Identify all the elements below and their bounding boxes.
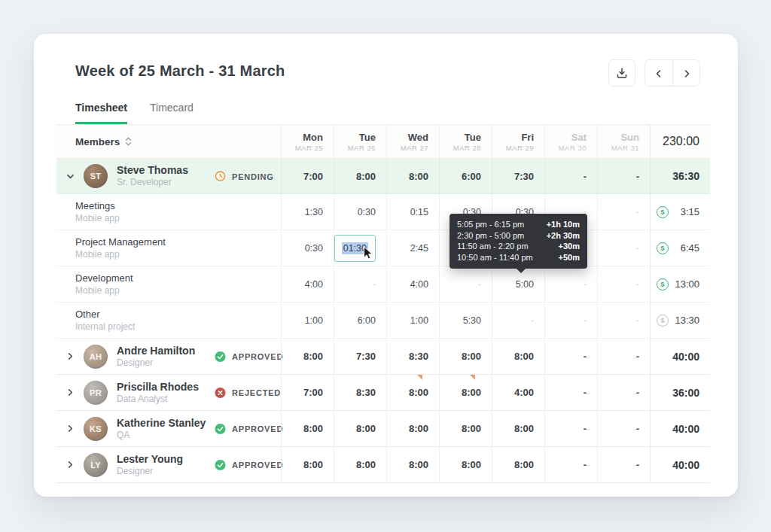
member-cell[interactable]: PRPriscilla RhodesData AnalystREJECTED xyxy=(56,375,281,410)
hours-cell[interactable]: - xyxy=(492,302,544,338)
hours-cell[interactable]: - xyxy=(597,266,650,302)
hours-cell[interactable]: 4:00 xyxy=(386,266,439,302)
hours-cell[interactable]: - xyxy=(597,375,650,410)
avatar: AH xyxy=(84,345,108,369)
members-column-header[interactable]: Members xyxy=(56,125,281,158)
hours-cell[interactable]: 4:00 xyxy=(281,266,334,302)
hours-cell[interactable]: 8:00 xyxy=(334,411,386,446)
hours-cell[interactable]: 8:00 xyxy=(386,411,439,446)
hours-cell[interactable]: 8:30 xyxy=(334,375,386,410)
member-cell[interactable]: LYLester YoungDesignerAPPROVED xyxy=(56,447,281,482)
hours-cell[interactable]: - xyxy=(597,230,650,266)
hours-cell[interactable]: 6:00 xyxy=(439,159,492,193)
hours-cell[interactable]: 7:00 xyxy=(281,375,334,410)
hours-cell[interactable]: 2:45 xyxy=(386,230,439,266)
sort-icon[interactable] xyxy=(125,137,132,146)
status-label: PENDING xyxy=(232,172,274,181)
hours-cell[interactable]: 6:00 xyxy=(334,302,386,338)
hours-cell[interactable]: 8:00 xyxy=(386,447,439,482)
hours-cell[interactable]: 8:00 xyxy=(492,339,544,374)
member-cell[interactable]: KSKatherine StanleyQAAPPROVED xyxy=(56,411,281,446)
hours-cell[interactable]: - xyxy=(334,266,386,302)
hours-cell[interactable]: 8:00 xyxy=(439,411,492,446)
hours-cell[interactable]: 8:00 xyxy=(386,159,439,193)
prev-week-button[interactable] xyxy=(645,60,672,87)
hours-cell[interactable]: 8:00 xyxy=(492,447,544,482)
download-button[interactable] xyxy=(608,59,635,87)
tooltip-duration: +30m xyxy=(559,241,580,252)
hours-cell[interactable]: 8:30 xyxy=(386,339,439,374)
week-nav-group xyxy=(645,59,700,87)
hours-cell[interactable]: 8:00 xyxy=(281,339,334,374)
hours-cell[interactable]: - xyxy=(439,266,492,302)
chevron-right-icon[interactable] xyxy=(64,461,76,469)
hours-cell[interactable]: 0:30 xyxy=(281,230,334,266)
tooltip-time-range: 5:05 pm - 6:15 pm xyxy=(457,219,524,230)
tab-timesheet[interactable]: Timesheet xyxy=(75,102,127,124)
row-total-cell: $13:00 xyxy=(650,266,710,302)
tab-timecard[interactable]: Timecard xyxy=(150,102,194,124)
row-total-value: 40:00 xyxy=(672,459,699,471)
hours-cell[interactable]: 0:30 xyxy=(334,194,386,230)
hours-cell[interactable]: - xyxy=(544,447,597,482)
hours-cell[interactable]: 8:00 xyxy=(281,411,334,446)
next-week-button[interactable] xyxy=(672,60,699,87)
member-cell[interactable]: AHAndre HamiltonDesignerAPPROVED xyxy=(56,339,281,374)
hours-cell[interactable]: 01:30 xyxy=(334,230,386,266)
hours-cell[interactable]: 5:30 xyxy=(439,302,492,338)
hours-cell[interactable]: - xyxy=(544,266,597,302)
hours-cell[interactable]: 8:00 xyxy=(334,159,386,193)
member-info: Priscilla RhodesData Analyst xyxy=(117,381,199,405)
member-role: Data Analyst xyxy=(117,394,199,405)
day-date: MAR 27 xyxy=(401,144,428,152)
hours-cell[interactable]: 0:15 xyxy=(386,194,439,230)
hours-cell[interactable]: 1:00 xyxy=(281,302,334,338)
hours-cell[interactable]: - xyxy=(597,159,650,193)
task-row: MeetingsMobile app1:300:300:150:300:30--… xyxy=(56,194,710,230)
hours-cell[interactable]: 8:00 xyxy=(492,411,544,446)
hours-cell[interactable]: - xyxy=(544,375,597,410)
hours-cell[interactable]: 8:00 xyxy=(334,447,386,482)
hours-cell[interactable]: - xyxy=(597,302,650,338)
row-total-cell: $6:45 xyxy=(650,230,710,266)
chevron-right-icon[interactable] xyxy=(64,424,76,433)
member-row: PRPriscilla RhodesData AnalystREJECTED7:… xyxy=(56,375,710,411)
hours-cell[interactable]: - xyxy=(597,447,650,482)
chevron-right-icon[interactable] xyxy=(64,352,76,360)
hours-cell[interactable]: - xyxy=(544,302,597,338)
hours-cell[interactable]: - xyxy=(597,194,650,230)
hours-cell[interactable]: 7:30 xyxy=(334,339,386,374)
hours-cell[interactable]: - xyxy=(544,411,597,446)
hours-cell[interactable]: - xyxy=(597,411,650,446)
hours-cell[interactable]: - xyxy=(544,339,597,374)
hours-cell[interactable]: 8:00 xyxy=(439,339,492,374)
tooltip-entry: 5:05 pm - 6:15 pm+1h 10m xyxy=(457,219,580,230)
member-name: Steve Thomas xyxy=(117,164,188,176)
hours-cell[interactable]: 7:30 xyxy=(492,159,544,193)
chevron-right-icon[interactable] xyxy=(64,388,76,397)
hours-cell[interactable]: 4:00 xyxy=(492,375,544,410)
hours-cell[interactable]: - xyxy=(597,339,650,374)
hours-cell[interactable]: 8:00 xyxy=(439,447,492,482)
hours-cell[interactable]: - xyxy=(544,159,597,193)
member-role: QA xyxy=(117,430,206,441)
day-date: MAR 26 xyxy=(348,144,376,152)
hours-cell[interactable]: 1:00 xyxy=(386,302,439,338)
hours-cell[interactable]: 7:00 xyxy=(281,159,334,193)
hours-cell[interactable]: 1:30 xyxy=(281,194,334,230)
member-info: Lester YoungDesigner xyxy=(117,453,183,477)
header-actions xyxy=(608,59,700,87)
hours-cell[interactable]: 8:00 xyxy=(281,447,334,482)
hours-cell[interactable]: 8:00 xyxy=(439,375,492,410)
task-cell: MeetingsMobile app xyxy=(56,194,281,230)
billable-dollar-icon: $ xyxy=(657,278,669,290)
member-row: LYLester YoungDesignerAPPROVED8:008:008:… xyxy=(56,447,710,483)
hours-cell[interactable]: 8:00 xyxy=(386,375,439,410)
day-name: Fri xyxy=(521,132,534,143)
billable-dollar-icon: $ xyxy=(657,242,669,254)
chevron-down-icon[interactable] xyxy=(64,172,76,181)
member-info: Steve ThomasSr. Developer xyxy=(117,164,188,188)
member-cell[interactable]: STSteve ThomasSr. DeveloperPENDING xyxy=(56,159,281,193)
row-total-value: 13:30 xyxy=(675,315,699,326)
day-column-header-sat-30: SatMAR 30 xyxy=(544,125,597,158)
